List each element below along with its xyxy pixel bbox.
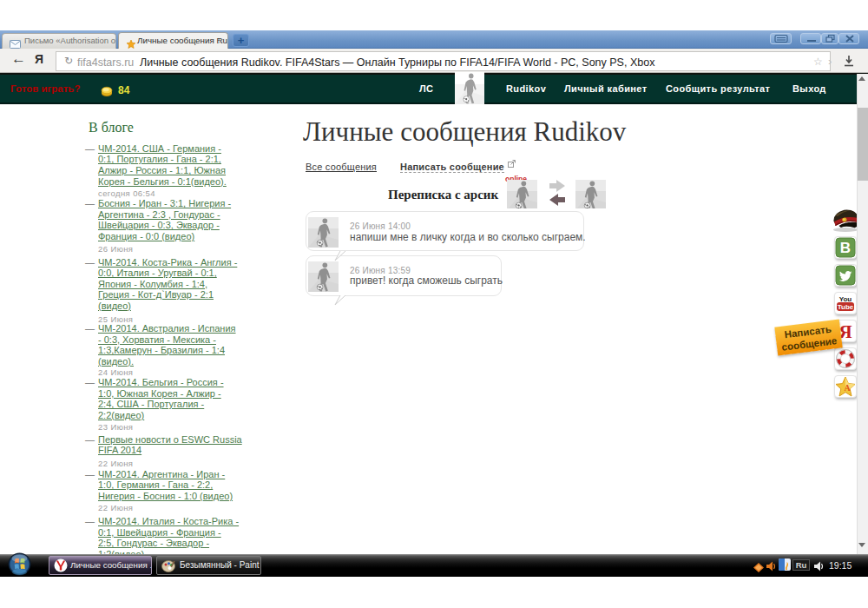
svg-text:You: You bbox=[839, 295, 852, 303]
svg-text:A: A bbox=[844, 383, 851, 393]
svg-text:Tube: Tube bbox=[838, 303, 854, 311]
svg-text:В: В bbox=[840, 240, 851, 256]
